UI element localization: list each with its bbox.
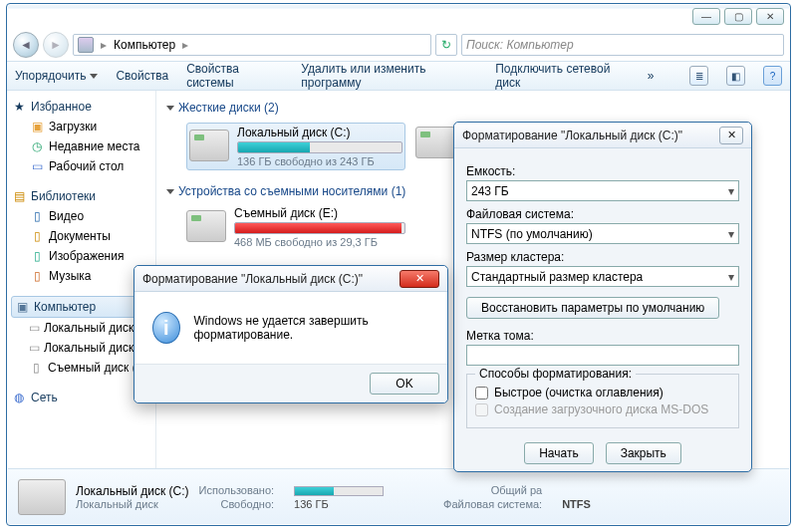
toolbar-overflow[interactable]: » — [648, 69, 655, 83]
capacity-label: Емкость: — [466, 164, 739, 178]
ok-button[interactable]: OK — [370, 373, 439, 395]
minimize-button[interactable]: — — [692, 8, 720, 25]
preview-pane-button[interactable]: ◧ — [726, 66, 745, 86]
drive-icon — [415, 127, 455, 158]
drive-c[interactable]: Локальный диск (C:) 136 ГБ свободно из 2… — [186, 123, 405, 170]
filesystem-label: Файловая система: — [466, 207, 739, 221]
toolbar: Упорядочить Свойства Свойства системы Уд… — [7, 61, 790, 91]
status-free-key: Свободно: — [199, 498, 275, 510]
status-total-key: Общий ра — [443, 484, 542, 496]
chevron-down-icon — [90, 74, 98, 79]
breadcrumb-root[interactable]: Компьютер — [114, 38, 175, 52]
sidebar-head-network[interactable]: ◍Сеть — [11, 388, 151, 407]
sidebar-item-desktop[interactable]: ▭Рабочий стол — [11, 156, 151, 176]
format-options-group: Способы форматирования: Быстрое (очистка… — [466, 374, 739, 428]
collapse-icon — [166, 189, 174, 194]
drive-free-text: 136 ГБ свободно из 243 ГБ — [237, 155, 402, 167]
search-placeholder: Поиск: Компьютер — [466, 38, 574, 52]
removable-drive-icon: ▯ — [29, 360, 44, 376]
sidebar-item-documents[interactable]: ▯Документы — [11, 226, 151, 246]
dialog-title: Форматирование "Локальный диск (C:)" — [462, 129, 682, 142]
view-options-button[interactable]: ≣ — [689, 66, 708, 86]
close-button[interactable]: ✕ — [399, 270, 439, 288]
map-drive-button[interactable]: Подключить сетевой диск — [495, 62, 629, 90]
desktop-icon: ▭ — [29, 158, 45, 174]
status-bar: Локальный диск (C:) Локальный диск Испол… — [8, 468, 789, 524]
sidebar-item-pictures[interactable]: ▯Изображения — [11, 246, 151, 266]
chevron-right-icon: ▸ — [98, 38, 110, 52]
sidebar-head-libraries[interactable]: ▤Библиотеки — [11, 186, 151, 206]
drive-free-text: 468 МБ свободно из 29,3 ГБ — [234, 236, 405, 248]
drive-e[interactable]: Съемный диск (E:) 468 МБ свободно из 29,… — [186, 206, 405, 248]
group-hard-disks[interactable]: Жесткие диски (2) — [166, 97, 780, 119]
drive-icon: ▭ — [29, 320, 40, 336]
breadcrumb[interactable]: ▸ Компьютер ▸ — [73, 34, 431, 56]
forward-button[interactable]: ► — [43, 32, 69, 58]
computer-icon — [78, 37, 94, 53]
titlebar: — ▢ ✕ — [7, 4, 790, 29]
close-button[interactable]: ✕ — [719, 127, 743, 144]
messagebox-titlebar[interactable]: Форматирование "Локальный диск (C:)" ✕ — [134, 266, 447, 292]
start-button[interactable]: Начать — [524, 442, 594, 464]
nav-row: ◄ ► ▸ Компьютер ▸ ↻ Поиск: Компьютер — [7, 29, 790, 61]
usage-bar — [234, 222, 405, 234]
dialog-titlebar[interactable]: Форматирование "Локальный диск (C:)" ✕ — [454, 123, 751, 148]
sidebar-head-computer[interactable]: ▣Компьютер — [11, 296, 151, 318]
drive-icon — [18, 479, 66, 515]
properties-button[interactable]: Свойства — [116, 69, 168, 83]
video-icon: ▯ — [29, 208, 45, 224]
usage-bar — [237, 141, 402, 153]
back-button[interactable]: ◄ — [13, 32, 39, 58]
error-messagebox: Форматирование "Локальный диск (C:)" ✕ i… — [133, 265, 448, 403]
quick-format-checkbox[interactable]: Быстрое (очистка оглавления) — [475, 386, 730, 399]
sidebar-head-favorites[interactable]: ★Избранное — [11, 97, 151, 117]
capacity-combo[interactable]: 243 ГБ — [466, 180, 739, 201]
sidebar-item-drive-d[interactable]: ▭Локальный диск (D:) — [11, 338, 151, 358]
messagebox-text: Windows не удается завершить форматирова… — [194, 314, 430, 342]
close-button[interactable]: ✕ — [756, 8, 784, 25]
cluster-combo[interactable]: Стандартный размер кластера — [466, 266, 739, 287]
volume-label-label: Метка тома: — [466, 329, 739, 343]
cluster-label: Размер кластера: — [466, 250, 739, 264]
drive-icon — [189, 130, 229, 161]
libraries-icon: ▤ — [11, 188, 27, 204]
status-fs-key: Файловая система: — [443, 498, 542, 510]
collapse-icon — [166, 106, 174, 111]
restore-defaults-button[interactable]: Восстановить параметры по умолчанию — [466, 297, 719, 319]
music-icon: ▯ — [29, 268, 45, 284]
msdos-boot-checkbox: Создание загрузочного диска MS-DOS — [475, 402, 730, 416]
removable-drive-icon — [186, 210, 226, 242]
maximize-button[interactable]: ▢ — [724, 8, 752, 25]
status-fs-val: NTFS — [562, 498, 591, 510]
sidebar-item-videos[interactable]: ▯Видео — [11, 206, 151, 226]
folder-icon: ▣ — [29, 119, 45, 134]
recent-icon: ◷ — [29, 138, 45, 154]
messagebox-title: Форматирование "Локальный диск (C:)" — [142, 272, 363, 286]
help-button[interactable]: ? — [763, 66, 782, 86]
sidebar-item-recent[interactable]: ◷Недавние места — [11, 136, 151, 156]
usage-minibar — [294, 486, 384, 496]
picture-icon: ▯ — [29, 248, 45, 264]
info-icon: i — [152, 312, 180, 344]
sidebar-item-music[interactable]: ▯Музыка — [11, 266, 151, 286]
uninstall-button[interactable]: Удалить или изменить программу — [301, 62, 477, 90]
search-input[interactable]: Поиск: Компьютер — [461, 34, 784, 56]
filesystem-combo[interactable]: NTFS (по умолчанию) — [466, 223, 739, 244]
status-type: Локальный диск — [76, 498, 189, 510]
format-options-legend: Способы форматирования: — [475, 367, 636, 381]
sidebar-item-drive-c[interactable]: ▭Локальный диск (C:) — [11, 318, 151, 338]
status-free-val: 136 ГБ — [294, 498, 384, 510]
organize-menu[interactable]: Упорядочить — [15, 69, 86, 83]
volume-label-input[interactable] — [466, 345, 739, 366]
drive-name: Съемный диск (E:) — [234, 206, 405, 220]
computer-icon: ▣ — [14, 299, 30, 315]
drive-icon: ▭ — [29, 340, 40, 356]
close-dialog-button[interactable]: Закрыть — [606, 442, 681, 464]
document-icon: ▯ — [29, 228, 45, 244]
sidebar-item-drive-e[interactable]: ▯Съемный диск (E:) — [11, 358, 151, 378]
refresh-button[interactable]: ↻ — [435, 34, 457, 56]
network-icon: ◍ — [11, 390, 27, 405]
system-properties-button[interactable]: Свойства системы — [186, 62, 283, 90]
drive-name: Локальный диск (C:) — [237, 126, 402, 139]
sidebar-item-downloads[interactable]: ▣Загрузки — [11, 117, 151, 136]
